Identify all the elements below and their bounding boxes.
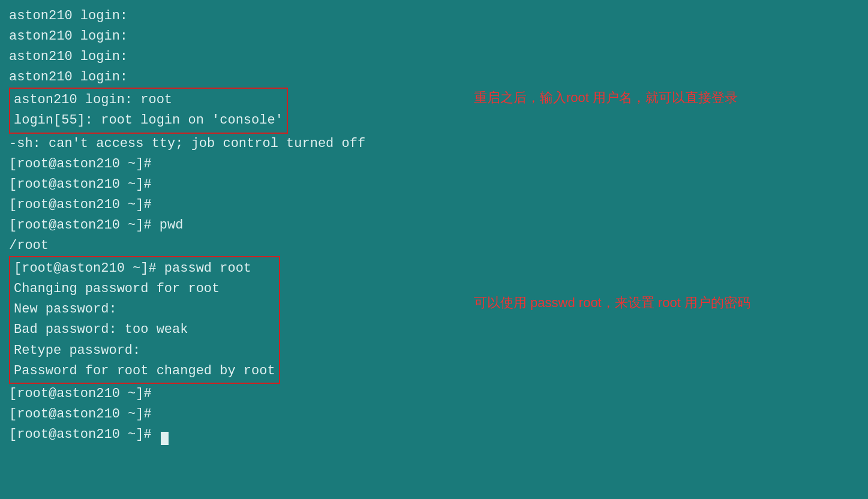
new-password: New password: (14, 299, 275, 320)
bad-password: Bad password: too weak (14, 320, 275, 340)
prompt-2: [root@aston210 ~]# (9, 175, 859, 195)
prompt-5: [root@aston210 ~]# (9, 384, 859, 404)
password-changed: Password for root changed by root (14, 361, 275, 381)
terminal-window: aston210 login: aston210 login: aston210… (0, 0, 868, 499)
changing-password: Changing password for root (14, 279, 275, 299)
prompt-3: [root@aston210 ~]# (9, 195, 859, 215)
prompt-6: [root@aston210 ~]# (9, 404, 859, 425)
login-line-5: aston210 login: root (14, 90, 283, 110)
terminal-cursor (161, 432, 169, 445)
login-line-6: login[55]: root login on 'console' (14, 110, 283, 131)
prompt-1: [root@aston210 ~]# (9, 154, 859, 175)
prompt-pwd: [root@aston210 ~]# pwd (9, 215, 859, 236)
annotation-passwd: 可以使用 passwd root，来设置 root 用户的密码 (474, 294, 750, 312)
login-line-3: aston210 login: (9, 47, 859, 67)
prompt-7: [root@aston210 ~]# (9, 425, 859, 445)
retype-password: Retype password: (14, 341, 275, 361)
login-line-4: aston210 login: (9, 67, 859, 88)
login-line-1: aston210 login: (9, 6, 859, 26)
annotation-login: 重启之后，输入root 用户名，就可以直接登录 (474, 89, 738, 107)
passwd-cmd: [root@aston210 ~]# passwd root (14, 258, 275, 279)
login-line-2: aston210 login: (9, 26, 859, 47)
root-path: /root (9, 236, 859, 256)
sh-line: -sh: can't access tty; job control turne… (9, 134, 859, 154)
